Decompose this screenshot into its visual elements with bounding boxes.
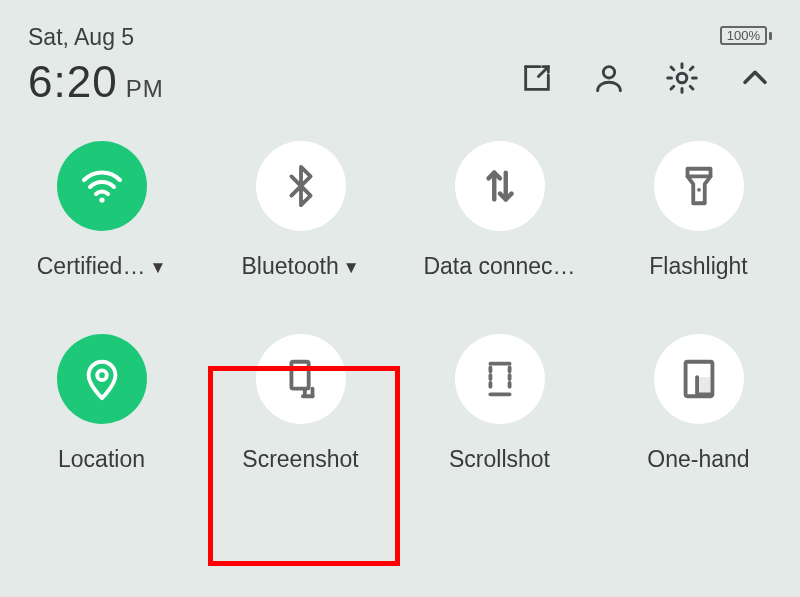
scrollshot-icon[interactable] (455, 334, 545, 424)
svg-point-0 (603, 67, 614, 78)
tile-bluetooth[interactable]: Bluetooth ▼ (201, 141, 400, 280)
tile-label: Certified… (37, 253, 146, 280)
svg-rect-6 (291, 362, 308, 389)
svg-point-5 (97, 370, 107, 380)
tile-label: One-hand (647, 446, 749, 473)
one-hand-icon[interactable] (654, 334, 744, 424)
svg-rect-8 (697, 377, 710, 394)
tile-label: Bluetooth (241, 253, 338, 280)
quick-settings-grid: Certified… ▼ Bluetooth ▼ Data connec… (0, 141, 800, 473)
tile-onehand[interactable]: One-hand (599, 334, 798, 473)
svg-point-4 (697, 188, 701, 192)
bluetooth-icon[interactable] (256, 141, 346, 231)
tile-wifi[interactable]: Certified… ▼ (2, 141, 201, 280)
location-icon[interactable] (57, 334, 147, 424)
ampm: PM (126, 75, 164, 103)
tile-location[interactable]: Location (2, 334, 201, 473)
svg-point-1 (677, 73, 687, 83)
data-connection-icon[interactable] (455, 141, 545, 231)
time: 6:20 (28, 57, 118, 107)
tile-screenshot[interactable]: Screenshot (201, 334, 400, 473)
battery-indicator: 100% (720, 26, 772, 45)
date: Sat, Aug 5 (28, 24, 164, 51)
chevron-up-icon[interactable] (738, 61, 772, 95)
tile-label: Scrollshot (449, 446, 550, 473)
screenshot-icon[interactable] (256, 334, 346, 424)
datetime[interactable]: Sat, Aug 5 6:20 PM (28, 24, 164, 107)
caret-down-icon: ▼ (149, 258, 166, 278)
flashlight-icon[interactable] (654, 141, 744, 231)
tile-scrollshot[interactable]: Scrollshot (400, 334, 599, 473)
header: Sat, Aug 5 6:20 PM (0, 0, 800, 107)
svg-rect-3 (687, 169, 710, 177)
battery-level: 100% (720, 26, 767, 45)
profile-icon[interactable] (592, 61, 626, 95)
wifi-icon[interactable] (57, 141, 147, 231)
tile-label: Flashlight (649, 253, 747, 280)
svg-point-2 (99, 197, 104, 202)
tile-flashlight[interactable]: Flashlight (599, 141, 798, 280)
tile-data[interactable]: Data connec… (400, 141, 599, 280)
tile-label: Location (58, 446, 145, 473)
tile-label: Data connec… (423, 253, 575, 280)
tile-label: Screenshot (242, 446, 358, 473)
gear-icon[interactable] (664, 60, 700, 96)
edit-icon[interactable] (520, 61, 554, 95)
caret-down-icon: ▼ (343, 258, 360, 278)
